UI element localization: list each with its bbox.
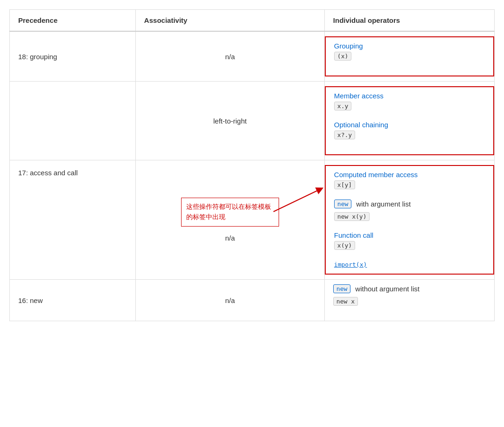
- row-grouping: 18: grouping n/a Grouping (x): [10, 31, 495, 82]
- grouping-badge: (x): [334, 52, 351, 61]
- assoc-access-call: 这些操作符都可以在标签模板的标签中出现 n/a: [135, 160, 324, 280]
- precedence-member-access: [10, 82, 136, 160]
- grouping-link[interactable]: Grouping: [334, 42, 363, 50]
- precedence-access-call: 17: access and call: [10, 160, 136, 280]
- member-access-link[interactable]: Member access: [334, 92, 384, 100]
- function-call-badge: x(y): [334, 241, 355, 250]
- operators-grouping: Grouping (x): [324, 31, 494, 82]
- new-with-arg-badge: new x(y): [334, 212, 370, 221]
- computed-member-access-badge: x[y]: [334, 180, 355, 189]
- row-member-access: left-to-right Member access x.y Optional…: [10, 82, 495, 160]
- assoc-new: n/a: [135, 280, 324, 321]
- new-without-arg-text: without argument list: [355, 285, 420, 293]
- computed-member-access-entry: Computed member access x[y]: [334, 171, 485, 193]
- new-badge-without-arg: new: [333, 284, 350, 293]
- operators-member-access: Member access x.y Optional chaining x?.y: [324, 82, 494, 160]
- optional-chaining-entry: Optional chaining x?.y: [334, 121, 485, 143]
- header-operators: Individual operators: [324, 10, 494, 32]
- computed-member-access-link[interactable]: Computed member access: [334, 171, 418, 179]
- import-entry: import(x): [334, 260, 485, 268]
- function-call-link[interactable]: Function call: [334, 231, 373, 239]
- new-without-arg-badge: new x: [333, 297, 358, 306]
- precedence-grouping: 18: grouping: [10, 31, 136, 82]
- member-access-badge: x.y: [334, 102, 351, 110]
- optional-chaining-badge: x?.y: [334, 131, 355, 139]
- member-access-entry: Member access x.y: [334, 92, 485, 114]
- assoc-label: n/a: [144, 234, 316, 242]
- precedence-new: 16: new: [10, 280, 136, 321]
- new-badge-with-arg: new: [334, 200, 351, 208]
- assoc-member-access: left-to-right: [135, 82, 324, 160]
- optional-chaining-link[interactable]: Optional chaining: [334, 121, 388, 129]
- new-with-arg-text: with argument list: [356, 200, 411, 208]
- new-with-arg-entry: new with argument list new x(y): [334, 200, 485, 225]
- import-link[interactable]: import(x): [334, 261, 367, 268]
- row-new: 16: new n/a new without argument list ne…: [10, 280, 495, 321]
- grouping-entry: Grouping (x): [334, 42, 485, 64]
- header-associativity: Associativity: [135, 10, 324, 32]
- row-access-call: 17: access and call 这些操作符都可以在标签模板的标签中出现 …: [10, 160, 495, 280]
- operators-access-call: Computed member access x[y] new with arg…: [324, 160, 494, 280]
- annotation-box: 这些操作符都可以在标签模板的标签中出现: [181, 198, 279, 226]
- header-precedence: Precedence: [10, 10, 136, 32]
- function-call-entry: Function call x(y): [334, 231, 485, 254]
- assoc-grouping: n/a: [135, 31, 324, 82]
- operators-new: new without argument list new x: [324, 280, 494, 321]
- new-without-arg-entry: new without argument list new x: [333, 284, 486, 310]
